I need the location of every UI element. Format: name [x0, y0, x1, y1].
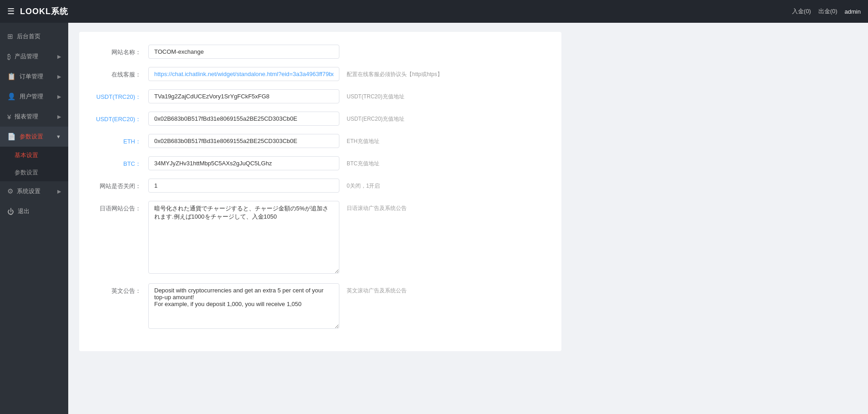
btc-input[interactable]: [148, 156, 339, 170]
site-closed-field: [148, 179, 339, 193]
en-notice-field: [148, 283, 339, 330]
form-row-sitename: 网站名称：: [94, 45, 547, 59]
eth-input[interactable]: [148, 134, 339, 148]
jp-notice-textarea[interactable]: [148, 201, 339, 274]
sidebar-item-order[interactable]: 📋 订单管理 ▶: [0, 66, 68, 87]
usdt-erc20-label: USDT(ERC20)：: [94, 112, 148, 123]
logout-icon: ⏻: [7, 208, 14, 215]
form-row-eth: ETH： ETH充值地址: [94, 134, 547, 148]
sidebar-item-report[interactable]: ¥ 报表管理 ▶: [0, 107, 68, 127]
jp-notice-field: [148, 201, 339, 275]
form-row-usdt-erc20: USDT(ERC20)： USDT(ERC20)充值地址: [94, 112, 547, 126]
sidebar-item-logout[interactable]: ⏻ 退出: [0, 201, 68, 221]
sitename-hint: [347, 45, 547, 48]
site-closed-label: 网站是否关闭：: [94, 179, 148, 190]
sidebar-label-params: 参数设置: [20, 133, 43, 141]
jp-notice-hint: 日语滚动广告及系统公告: [347, 201, 547, 212]
sitename-field: [148, 45, 339, 59]
params-arrow: ▼: [56, 134, 61, 139]
logo: LOOKL系统: [20, 6, 68, 17]
sidebar-item-basic[interactable]: 基本设置: [0, 147, 68, 164]
topbar-right: 入金(0) 出金(0) admin: [792, 7, 861, 15]
form-row-site-closed: 网站是否关闭： 0关闭，1开启: [94, 179, 547, 193]
form-row-btc: BTC： BTC充值地址: [94, 156, 547, 170]
params-icon: 📄: [7, 133, 16, 141]
admin-label[interactable]: admin: [845, 8, 861, 15]
form-row-jp-notice: 日语网站公告： 日语滚动广告及系统公告: [94, 201, 547, 275]
withdraw-label[interactable]: 出金(0): [818, 7, 838, 15]
form-row-en-notice: 英文公告： 英文滚动广告及系统公告: [94, 283, 547, 330]
settings-card: 网站名称： 在线客服： 配置在线客服必须协议头【http或htps】 USDT(…: [79, 32, 561, 351]
form-row-online-service: 在线客服： 配置在线客服必须协议头【http或htps】: [94, 67, 547, 81]
usdt-trc20-hint: USDT(TRC20)充值地址: [347, 89, 547, 101]
order-icon: 📋: [7, 72, 16, 81]
en-notice-hint: 英文滚动广告及系统公告: [347, 283, 547, 295]
sidebar-label-user: 用户管理: [20, 92, 43, 101]
btc-hint: BTC充值地址: [347, 156, 547, 168]
sidebar-label-dashboard: 后台首页: [17, 32, 40, 41]
product-arrow: ▶: [57, 54, 61, 60]
en-notice-label: 英文公告：: [94, 283, 148, 295]
sidebar-item-system[interactable]: ⚙ 系统设置 ▶: [0, 181, 68, 201]
usdt-erc20-hint: USDT(ERC20)充值地址: [347, 112, 547, 123]
main-layout: ⊞ 后台首页 ₿ 产品管理 ▶ 📋 订单管理 ▶ 👤 用户管理 ▶ ¥ 报表管理…: [0, 23, 868, 414]
eth-hint: ETH充值地址: [347, 134, 547, 145]
online-service-label: 在线客服：: [94, 67, 148, 79]
sidebar-item-params-sub[interactable]: 参数设置: [0, 164, 68, 181]
system-arrow: ▶: [57, 189, 61, 194]
report-arrow: ▶: [57, 114, 61, 120]
topbar: ☰ LOOKL系统 入金(0) 出金(0) admin: [0, 0, 868, 23]
sidebar-label-basic: 基本设置: [15, 151, 38, 159]
product-icon: ₿: [7, 53, 11, 61]
site-closed-input[interactable]: [148, 179, 339, 193]
deposit-label[interactable]: 入金(0): [792, 7, 811, 15]
sidebar-item-dashboard[interactable]: ⊞ 后台首页: [0, 26, 68, 46]
order-arrow: ▶: [57, 74, 61, 80]
en-notice-textarea[interactable]: [148, 283, 339, 329]
eth-label: ETH：: [94, 134, 148, 146]
sidebar-item-params[interactable]: 📄 参数设置 ▼: [0, 127, 68, 147]
sidebar: ⊞ 后台首页 ₿ 产品管理 ▶ 📋 订单管理 ▶ 👤 用户管理 ▶ ¥ 报表管理…: [0, 23, 68, 414]
online-service-field: [148, 67, 339, 81]
sidebar-label-report: 报表管理: [15, 112, 38, 121]
content: 网站名称： 在线客服： 配置在线客服必须协议头【http或htps】 USDT(…: [68, 23, 868, 414]
eth-field: [148, 134, 339, 148]
usdt-trc20-label: USDT(TRC20)：: [94, 89, 148, 101]
sitename-input[interactable]: [148, 45, 339, 59]
sidebar-label-order: 订单管理: [20, 72, 43, 81]
user-icon: 👤: [7, 92, 16, 101]
report-icon: ¥: [7, 113, 11, 121]
topbar-left: ☰ LOOKL系统: [7, 6, 68, 17]
sidebar-label-params-sub: 参数设置: [15, 169, 38, 177]
dashboard-icon: ⊞: [7, 32, 13, 41]
usdt-trc20-input[interactable]: [148, 89, 339, 103]
usdt-erc20-input[interactable]: [148, 112, 339, 126]
form-row-usdt-trc20: USDT(TRC20)： USDT(TRC20)充值地址: [94, 89, 547, 103]
online-service-hint: 配置在线客服必须协议头【http或htps】: [347, 67, 547, 78]
menu-icon[interactable]: ☰: [7, 6, 15, 16]
sidebar-label-logout: 退出: [18, 207, 30, 215]
usdt-trc20-field: [148, 89, 339, 103]
btc-field: [148, 156, 339, 170]
system-icon: ⚙: [7, 187, 13, 195]
jp-notice-label: 日语网站公告：: [94, 201, 148, 213]
sidebar-label-product: 产品管理: [15, 52, 38, 61]
usdt-erc20-field: [148, 112, 339, 126]
sitename-label: 网站名称：: [94, 45, 148, 56]
site-closed-hint: 0关闭，1开启: [347, 179, 547, 190]
online-service-input[interactable]: [148, 67, 339, 81]
user-arrow: ▶: [57, 94, 61, 100]
sidebar-sub-params: 基本设置 参数设置: [0, 147, 68, 181]
sidebar-label-system: 系统设置: [17, 187, 40, 195]
btc-label: BTC：: [94, 156, 148, 168]
sidebar-item-product[interactable]: ₿ 产品管理 ▶: [0, 46, 68, 66]
sidebar-item-user[interactable]: 👤 用户管理 ▶: [0, 87, 68, 107]
